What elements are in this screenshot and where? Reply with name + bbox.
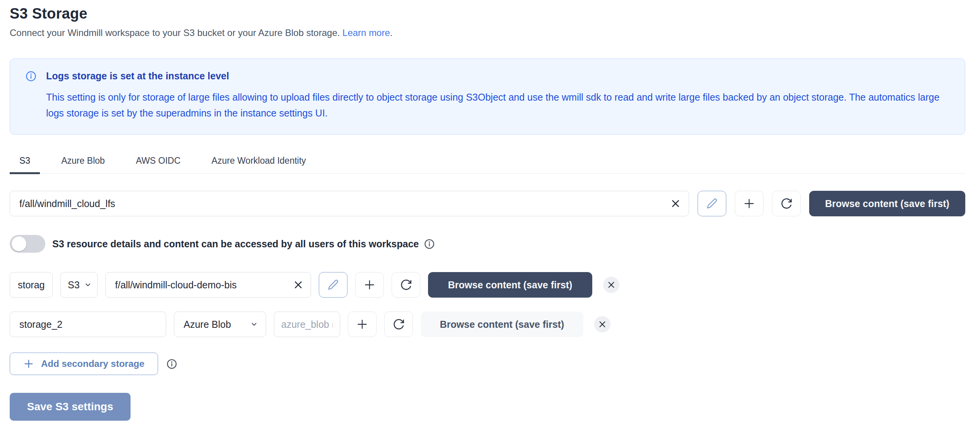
- instance-level-logs-banner: Logs storage is set at the instance leve…: [10, 58, 965, 135]
- remove-secondary-storage-button[interactable]: [603, 277, 619, 293]
- clear-resource-icon[interactable]: [671, 199, 681, 209]
- workspace-access-toggle[interactable]: [10, 235, 45, 253]
- tab-aws-oidc[interactable]: AWS OIDC: [126, 156, 190, 173]
- subtitle-period: .: [390, 27, 393, 38]
- secondary-storage-row: S3 Browse content (s: [10, 272, 965, 298]
- refresh-resource-button[interactable]: [384, 312, 413, 337]
- tab-azure-workload-identity[interactable]: Azure Workload Identity: [202, 156, 316, 173]
- primary-browse-content-button[interactable]: Browse content (save first): [809, 191, 965, 216]
- refresh-icon: [400, 279, 412, 291]
- secondary-type-select[interactable]: Azure Blob: [174, 312, 266, 337]
- add-secondary-storage-button[interactable]: Add secondary storage: [10, 353, 158, 375]
- add-secondary-row: Add secondary storage: [10, 337, 965, 375]
- storage-type-tabs: S3 Azure Blob AWS OIDC Azure Workload Id…: [10, 156, 965, 174]
- secondary-storage-row: Azure Blob Browse content (save first): [10, 312, 965, 337]
- secondary-type-select[interactable]: S3: [60, 272, 98, 298]
- banner-header: Logs storage is set at the instance leve…: [26, 70, 949, 82]
- pencil-icon: [706, 198, 718, 209]
- secondary-browse-content-button[interactable]: Browse content (save first): [428, 272, 592, 298]
- chevron-down-icon: [250, 320, 258, 328]
- s3-storage-settings-page: S3 Storage Connect your Windmill workspa…: [0, 0, 980, 421]
- banner-body: This setting is only for storage of larg…: [46, 89, 949, 121]
- pencil-icon: [327, 279, 339, 291]
- workspace-access-toggle-row: S3 resource details and content can be a…: [10, 235, 965, 253]
- subtitle-text: Connect your Windmill workspace to your …: [10, 27, 340, 38]
- secondary-name-input[interactable]: [10, 312, 166, 337]
- secondary-browse-content-button[interactable]: Browse content (save first): [421, 312, 583, 337]
- edit-resource-button[interactable]: [319, 272, 347, 298]
- refresh-resource-button[interactable]: [772, 191, 801, 216]
- secondary-resource-input-wrap: [105, 272, 311, 298]
- secondary-resource-input[interactable]: [274, 312, 340, 337]
- page-subtitle: Connect your Windmill workspace to your …: [10, 27, 965, 38]
- x-icon: [607, 281, 616, 289]
- info-icon: [26, 71, 36, 82]
- selected-type: Azure Blob: [184, 319, 231, 330]
- create-resource-button[interactable]: [355, 272, 384, 298]
- banner-title: Logs storage is set at the instance leve…: [46, 70, 229, 82]
- plus-icon: [743, 197, 755, 210]
- create-resource-button[interactable]: [735, 191, 763, 216]
- tab-azure-blob[interactable]: Azure Blob: [52, 156, 115, 173]
- chevron-down-icon: [84, 281, 92, 289]
- tab-s3[interactable]: S3: [10, 156, 40, 174]
- learn-more-link[interactable]: Learn more: [342, 27, 390, 38]
- clear-resource-icon[interactable]: [293, 280, 303, 290]
- info-icon[interactable]: [167, 359, 177, 369]
- primary-storage-row: Browse content (save first): [10, 191, 965, 216]
- info-icon[interactable]: [424, 239, 435, 249]
- toggle-knob: [12, 236, 26, 251]
- plus-icon: [363, 279, 376, 291]
- create-resource-button[interactable]: [348, 312, 377, 337]
- refresh-icon: [780, 197, 793, 210]
- plus-icon: [23, 358, 34, 369]
- selected-type: S3: [68, 279, 80, 291]
- remove-secondary-storage-button[interactable]: [594, 316, 610, 332]
- plus-icon: [356, 318, 368, 331]
- secondary-name-input[interactable]: [10, 272, 53, 298]
- add-secondary-storage-label: Add secondary storage: [41, 358, 144, 369]
- save-s3-settings-button[interactable]: Save S3 settings: [10, 393, 131, 421]
- page-title: S3 Storage: [10, 5, 965, 22]
- workspace-access-label: S3 resource details and content can be a…: [52, 238, 419, 250]
- edit-resource-button[interactable]: [698, 191, 726, 216]
- refresh-icon: [392, 318, 405, 331]
- refresh-resource-button[interactable]: [392, 272, 420, 298]
- primary-resource-input-wrap: [10, 191, 689, 216]
- x-icon: [598, 320, 607, 329]
- primary-resource-input[interactable]: [10, 191, 689, 216]
- secondary-resource-input[interactable]: [105, 272, 311, 298]
